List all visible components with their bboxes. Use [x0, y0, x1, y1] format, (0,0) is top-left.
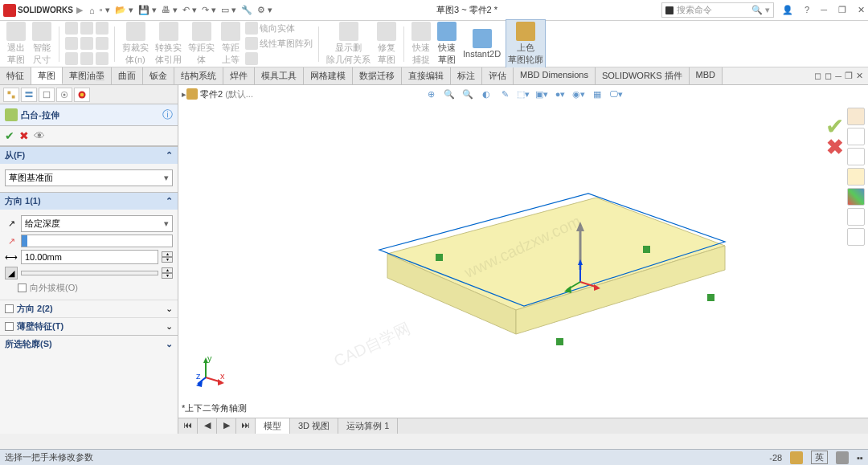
view-settings-icon[interactable]: 🖵▾ [608, 87, 623, 101]
detailed-preview-icon[interactable]: 👁 [34, 129, 45, 142]
file-explorer-icon[interactable] [847, 148, 865, 165]
redo-icon[interactable]: ↷ ▾ [202, 5, 216, 15]
breadcrumb[interactable]: 零件2 (默认... [186, 88, 253, 100]
depth-spinner[interactable]: ▴▾ [162, 251, 173, 263]
minimize-doc-icon[interactable]: ─ [835, 71, 841, 81]
chevron-down-icon[interactable]: ⌄ [166, 304, 173, 314]
appearances-icon[interactable] [847, 188, 865, 206]
direction-vector-icon[interactable]: ↗ [5, 235, 18, 247]
status-extra-icon[interactable] [836, 451, 849, 464]
edit-appearance-icon[interactable]: ◉▾ [571, 87, 586, 101]
tab-direct-edit[interactable]: 直接编辑 [402, 67, 451, 84]
rapid-sketch-button[interactable]: 快速草图 [436, 22, 458, 66]
pm-tab-config[interactable] [39, 88, 55, 102]
collapse-panel-icon[interactable]: ◻ [825, 71, 832, 81]
tab-data-migration[interactable]: 数据迁移 [353, 67, 402, 84]
new-icon[interactable]: ▫ ▾ [100, 5, 110, 15]
tab-nav-prev[interactable]: ◀ [198, 418, 217, 434]
thin-checkbox[interactable] [5, 322, 14, 331]
offset-button[interactable]: 等距实体 [186, 22, 216, 66]
draft-spinner[interactable]: ▴▾ [162, 267, 173, 279]
end-condition-select[interactable]: 给定深度 ▾ [21, 215, 173, 232]
convert-button[interactable]: 转换实体引用 [154, 22, 183, 66]
exit-sketch-button[interactable]: 退出草图 [5, 22, 27, 66]
options-icon[interactable]: ⚙ ▾ [257, 5, 272, 15]
pm-tab-dimxpert[interactable] [56, 88, 72, 102]
display-style-icon[interactable]: ▣▾ [534, 87, 549, 101]
offset-surface-button[interactable]: 等距上等 [219, 22, 242, 66]
tab-sw-addins[interactable]: SOLIDWORKS 插件 [596, 67, 690, 84]
print-icon[interactable]: 🖶 ▾ [162, 5, 178, 15]
help-icon[interactable]: ? [805, 5, 809, 15]
from-group-header[interactable]: 从(F) ⌃ [0, 146, 178, 164]
dir1-group-header[interactable]: 方向 1(1) ⌃ [0, 192, 178, 210]
tab-surfaces[interactable]: 曲面 [112, 67, 143, 84]
from-condition-select[interactable]: 草图基准面 ▾ [5, 169, 173, 186]
section-view-icon[interactable]: ◐ [479, 87, 493, 101]
dir2-checkbox[interactable] [5, 304, 14, 313]
tab-model[interactable]: 模型 [256, 418, 290, 434]
trim-button[interactable]: 剪裁实体(n) [121, 22, 150, 66]
contours-group-header[interactable]: 所选轮廓(S) ⌄ [0, 335, 178, 353]
repair-button[interactable]: 修复草图 [375, 22, 398, 66]
tab-weldments[interactable]: 焊件 [223, 67, 255, 84]
restore-doc-icon[interactable]: ❐ [845, 71, 853, 81]
smart-dim-button[interactable]: 智能尺寸 [31, 22, 53, 66]
view-palette-icon[interactable] [847, 168, 865, 186]
select-icon[interactable]: ▭ ▾ [221, 5, 236, 15]
restore-icon[interactable]: ❐ [838, 5, 846, 15]
apply-scene-icon[interactable]: ▦ [590, 87, 604, 101]
undo-icon[interactable]: ↶ ▾ [182, 5, 197, 15]
graphics-viewport[interactable]: ▸ 零件2 (默认... ⊕ 🔍 🔍 ◐ ✎ ⬚▾ ▣▾ ●▾ ◉▾ ▦ 🖵▾ … [178, 85, 868, 434]
dir2-row[interactable]: 方向 2(2) ⌄ [0, 300, 178, 317]
user-icon[interactable]: 👤 [782, 5, 793, 15]
instant2d-button[interactable]: Instant2D [461, 29, 502, 59]
tab-3dview[interactable]: 3D 视图 [290, 418, 338, 434]
draft-icon[interactable]: ◢ [5, 267, 18, 279]
depth-input[interactable]: 10.00mm [21, 250, 158, 264]
custom-props-icon[interactable] [847, 208, 865, 226]
prev-view-icon[interactable]: 🔍 [461, 87, 475, 101]
reverse-dir-icon[interactable]: ↗ [5, 218, 18, 230]
tab-nav-first[interactable]: ⏮ [178, 418, 198, 434]
chevron-down-icon[interactable]: ⌄ [166, 339, 173, 349]
close-doc-icon[interactable]: ✕ [856, 71, 863, 81]
customize-status-icon[interactable]: ▪▪ [857, 453, 863, 463]
thin-row[interactable]: 薄壁特征(T) ⌄ [0, 317, 178, 335]
modify-group[interactable]: 镜向实体 线性草图阵列 [245, 22, 313, 66]
ok-button[interactable]: ✔ [5, 129, 14, 142]
tab-motion[interactable]: 运动算例 1 [338, 418, 398, 434]
tab-sketch-ink[interactable]: 草图油墨 [63, 67, 112, 84]
tab-mbd-dim[interactable]: MBD Dimensions [514, 67, 596, 84]
hide-show-icon[interactable]: ●▾ [553, 87, 567, 101]
open-icon[interactable]: 📂 ▾ [115, 5, 133, 15]
direction-ref-field[interactable] [21, 235, 173, 247]
chevron-down-icon[interactable]: ⌄ [166, 321, 173, 332]
pm-tab-display[interactable] [74, 88, 90, 102]
search-command-box[interactable]: 搜索命令 🔍 ▾ [661, 2, 774, 18]
pm-tab-feature-tree[interactable] [3, 88, 19, 102]
tab-mold-tools[interactable]: 模具工具 [255, 67, 304, 84]
close-icon[interactable]: ✕ [858, 5, 865, 15]
tab-mesh[interactable]: 网格建模 [304, 67, 353, 84]
cancel-button[interactable]: ✖ [19, 129, 29, 142]
expand-panel-icon[interactable]: ◻ [814, 71, 821, 81]
zoom-area-icon[interactable]: 🔍 [442, 87, 457, 101]
unit-system-icon[interactable] [790, 451, 803, 464]
tab-nav-next[interactable]: ▶ [217, 418, 236, 434]
tab-nav-last[interactable]: ⏭ [236, 418, 256, 434]
relations-button[interactable]: 显示删除几何关系 [325, 22, 372, 66]
shaded-sketch-button[interactable]: 上色草图轮廓 [506, 19, 546, 68]
sketch-entities-group[interactable] [65, 22, 108, 66]
design-library-icon[interactable] [847, 128, 865, 145]
confirm-corner-cancel[interactable]: ✖ [826, 135, 844, 160]
tab-sketch[interactable]: 草图 [31, 67, 63, 84]
chevron-up-icon[interactable]: ⌃ [166, 196, 173, 206]
rebuild-icon[interactable]: 🔧 [241, 5, 252, 15]
tab-sheetmetal[interactable]: 钣金 [143, 67, 174, 84]
play-icon[interactable]: ▶ [76, 5, 83, 15]
draft-input[interactable] [21, 271, 158, 275]
dynamic-annot-icon[interactable]: ✎ [497, 87, 512, 101]
ime-lang[interactable]: 英 [811, 451, 828, 464]
pm-tab-property[interactable] [21, 88, 37, 102]
